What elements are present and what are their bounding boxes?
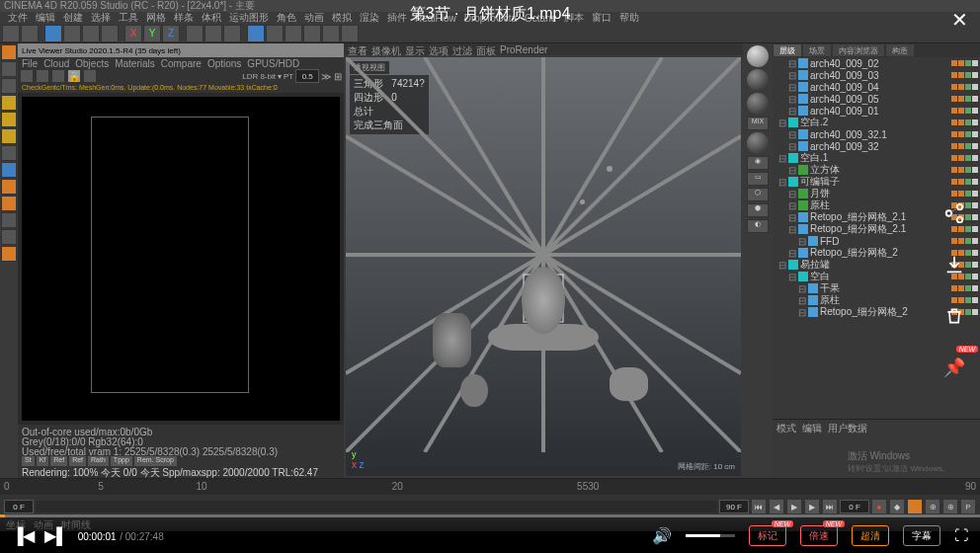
menu-样条[interactable]: 样条 bbox=[174, 11, 194, 25]
render-region-button[interactable] bbox=[204, 25, 222, 42]
vptab[interactable]: 显示 bbox=[405, 44, 425, 54]
point-mode[interactable] bbox=[1, 95, 17, 111]
prev-button[interactable]: ▐◀ bbox=[12, 526, 35, 545]
deformer-tool[interactable] bbox=[303, 25, 321, 42]
hierarchy-item[interactable]: ⊟arch40_009_05 bbox=[773, 93, 980, 105]
hierarchy-item[interactable]: ⊟空白.1 bbox=[773, 152, 980, 164]
axis-mode[interactable] bbox=[1, 145, 17, 161]
hier-tab[interactable]: 内容浏览器 bbox=[833, 44, 884, 56]
pt-value[interactable] bbox=[295, 69, 319, 83]
redo-button[interactable] bbox=[21, 25, 39, 42]
render-settings-button[interactable] bbox=[223, 25, 241, 42]
tl-current[interactable] bbox=[840, 500, 869, 514]
hierarchy-item[interactable]: ⊟arch40_009_32.1 bbox=[773, 128, 980, 140]
pin-button[interactable]: NEW 📌 bbox=[939, 352, 970, 383]
tl-autokey[interactable] bbox=[907, 499, 923, 514]
vptab[interactable]: 查看 bbox=[348, 44, 368, 54]
volume-slider[interactable] bbox=[686, 534, 735, 537]
edge-mode[interactable] bbox=[1, 112, 17, 127]
menu-帮助[interactable]: 帮助 bbox=[619, 11, 639, 25]
mat-tool1[interactable]: ⬡ bbox=[747, 188, 769, 201]
hier-tab[interactable]: 构造 bbox=[886, 44, 914, 56]
menu-角色[interactable]: 角色 bbox=[277, 11, 296, 25]
rotate-tool[interactable] bbox=[101, 25, 119, 42]
perspective-viewport[interactable]: 透视视图 三角形 74214? 四边形 0 总计 完成三角面 bbox=[346, 57, 741, 476]
menu-文件[interactable]: 文件 bbox=[8, 11, 28, 25]
camera-tool[interactable] bbox=[322, 25, 340, 42]
attr-tab[interactable]: 用户数据 bbox=[828, 422, 867, 435]
stat-btn[interactable]: Rath bbox=[88, 456, 109, 466]
material-preview-4[interactable] bbox=[747, 132, 769, 154]
render-viewport[interactable] bbox=[22, 97, 340, 421]
vptab[interactable]: 面板 bbox=[476, 44, 496, 54]
model-mode[interactable] bbox=[1, 44, 17, 60]
tool-b[interactable] bbox=[1, 229, 17, 245]
hierarchy-item[interactable]: ⊟arch40_009_03 bbox=[773, 69, 980, 81]
quality-button[interactable]: 超清 bbox=[852, 525, 889, 546]
tool-a[interactable] bbox=[1, 212, 17, 228]
snap-settings[interactable] bbox=[1, 196, 17, 211]
tl-opt1[interactable]: ⊕ bbox=[925, 499, 940, 514]
timeline-panel[interactable]: 0 5 10 20 30 55 90 ⏮ ◀ ▶ ▶ ⏭ ● ◆ bbox=[0, 478, 980, 517]
generator-tool[interactable] bbox=[285, 25, 302, 42]
next-button[interactable]: ▶▌ bbox=[44, 526, 67, 545]
tl-first[interactable]: ⏮ bbox=[751, 499, 767, 514]
timeline-ruler[interactable]: 0 5 10 20 30 55 90 bbox=[0, 479, 980, 495]
material-preview-2[interactable] bbox=[747, 69, 769, 91]
scale-tool[interactable] bbox=[82, 25, 100, 42]
lv-render[interactable] bbox=[20, 69, 34, 83]
vptab[interactable]: 过滤 bbox=[452, 44, 472, 54]
menu-工具[interactable]: 工具 bbox=[119, 11, 138, 25]
tool-c[interactable] bbox=[1, 246, 17, 262]
viewport-menu[interactable]: 查看摄像机显示选项过滤面板ProRender bbox=[344, 43, 743, 55]
material-preview-1[interactable] bbox=[747, 45, 769, 67]
menu-创建[interactable]: 创建 bbox=[63, 11, 83, 25]
lv-pick[interactable] bbox=[83, 69, 97, 83]
tl-rec[interactable]: ● bbox=[871, 499, 887, 514]
hierarchy-item[interactable]: ⊟可编辑子 bbox=[773, 176, 980, 188]
texture-mode[interactable] bbox=[1, 78, 17, 94]
mat-cam[interactable]: ▭ bbox=[747, 172, 769, 186]
mat-env[interactable]: ◉ bbox=[747, 156, 769, 170]
polygon-mode[interactable] bbox=[1, 128, 17, 144]
stat-btn[interactable]: Tppp bbox=[111, 456, 132, 466]
vptab[interactable]: 选项 bbox=[429, 44, 449, 54]
vptab[interactable]: 摄像机 bbox=[371, 44, 401, 54]
delete-button[interactable] bbox=[939, 300, 970, 332]
menu-网格[interactable]: 网格 bbox=[146, 11, 166, 25]
material-column[interactable]: MIX ◉ ▭ ⬡ ⬢ ◐ bbox=[743, 43, 773, 478]
main-toolbar[interactable]: X Y Z bbox=[0, 24, 980, 43]
hierarchy-item[interactable]: ⊟arch40_009_02 bbox=[773, 57, 980, 69]
share-button[interactable] bbox=[939, 198, 970, 229]
attr-tab[interactable]: 编辑 bbox=[802, 422, 822, 435]
tl-opt2[interactable]: ⊕ bbox=[942, 499, 958, 514]
tl-next[interactable]: ▶ bbox=[804, 499, 820, 514]
mat-tool2[interactable]: ⬢ bbox=[747, 203, 769, 217]
hier-tab[interactable]: 层级 bbox=[774, 44, 801, 56]
attr-tab[interactable]: 模式 bbox=[776, 422, 796, 435]
speed-button[interactable]: NEW 倍速 bbox=[800, 525, 838, 546]
select-tool[interactable] bbox=[44, 25, 62, 42]
move-tool[interactable] bbox=[63, 25, 81, 42]
lv-stop[interactable] bbox=[36, 69, 49, 83]
menu-模拟[interactable]: 模拟 bbox=[332, 11, 352, 25]
lvtab-Options[interactable]: Options bbox=[207, 58, 241, 68]
workplane-mode[interactable] bbox=[1, 162, 17, 178]
stat-btn[interactable]: St bbox=[22, 456, 35, 466]
hier-tab[interactable]: 场景 bbox=[803, 44, 831, 56]
stat-btn[interactable]: Kf bbox=[37, 456, 49, 466]
menu-选择[interactable]: 选择 bbox=[91, 11, 111, 25]
left-toolbar[interactable] bbox=[0, 43, 18, 478]
tl-end[interactable] bbox=[719, 500, 749, 514]
lvtab-Objects[interactable]: Objects bbox=[75, 58, 109, 68]
timeline-track[interactable] bbox=[36, 501, 717, 513]
menu-动画[interactable]: 动画 bbox=[304, 11, 324, 25]
menu-窗口[interactable]: 窗口 bbox=[592, 11, 612, 25]
light-tool[interactable] bbox=[341, 25, 359, 42]
close-button[interactable]: ✕ bbox=[951, 8, 968, 32]
lvtab-GPUS/HDD[interactable]: GPUS/HDD bbox=[247, 58, 299, 68]
subtitle-button[interactable]: 字幕 bbox=[903, 525, 940, 546]
menu-编辑[interactable]: 编辑 bbox=[36, 11, 55, 25]
object-mode[interactable] bbox=[1, 61, 17, 77]
tl-start[interactable] bbox=[4, 500, 34, 514]
